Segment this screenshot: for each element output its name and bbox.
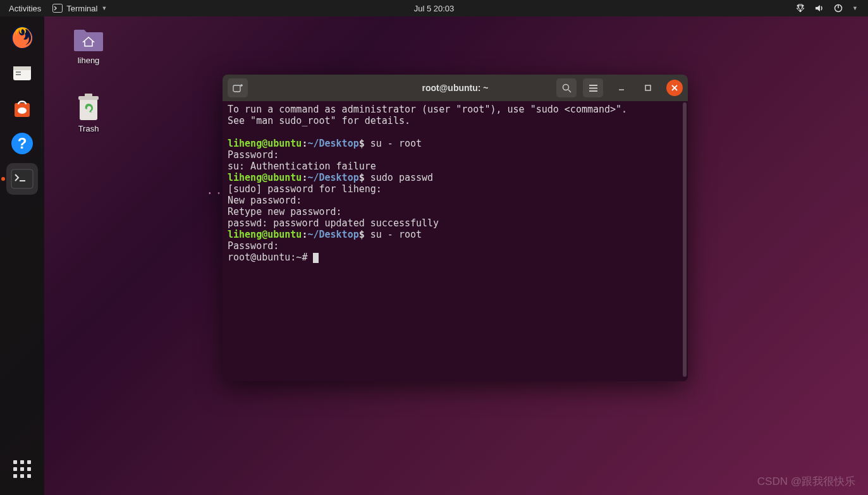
cursor: [313, 253, 319, 263]
watermark: CSDN @跟我很快乐: [757, 474, 855, 489]
terminal-scrollbar[interactable]: [682, 101, 688, 381]
maximize-button[interactable]: [640, 80, 656, 96]
new-tab-icon: [233, 83, 243, 92]
search-button[interactable]: [556, 78, 577, 97]
svg-rect-8: [13, 66, 31, 70]
app-menu-label: Terminal: [66, 4, 97, 13]
window-title: root@ubuntu: ~: [422, 83, 488, 93]
svg-rect-0: [53, 4, 63, 13]
new-tab-button[interactable]: [228, 78, 248, 97]
minimize-icon: [618, 84, 625, 92]
help-icon: ?: [9, 131, 35, 156]
terminal-icon: [10, 168, 34, 190]
dock-firefox[interactable]: [6, 21, 38, 53]
close-icon: [671, 84, 678, 92]
terminal-window: root@ubuntu: ~ To run a command as admin…: [223, 75, 688, 381]
shopping-bag-icon: [9, 95, 35, 121]
svg-rect-9: [16, 71, 21, 73]
minimize-button[interactable]: [613, 80, 630, 96]
maximize-icon: [644, 84, 652, 92]
dock-files[interactable]: [6, 57, 38, 89]
close-button[interactable]: [666, 80, 683, 96]
power-icon[interactable]: [833, 3, 843, 13]
svg-rect-29: [645, 85, 651, 90]
svg-rect-17: [80, 99, 97, 120]
svg-point-12: [18, 107, 27, 114]
chevron-down-icon: ▼: [101, 5, 107, 11]
firefox-icon: [9, 24, 35, 51]
svg-line-24: [568, 90, 571, 92]
search-icon: [562, 83, 572, 93]
home-folder-icon: [73, 25, 104, 52]
terminal-body[interactable]: To run a command as administrator (user …: [223, 101, 688, 381]
terminal-titlebar[interactable]: root@ubuntu: ~: [223, 75, 688, 101]
files-icon: [9, 60, 35, 85]
svg-point-23: [563, 84, 568, 90]
dock: ?: [0, 16, 44, 495]
dock-terminal[interactable]: [6, 163, 38, 195]
terminal-icon: [52, 4, 63, 13]
svg-rect-19: [85, 94, 92, 97]
svg-text:?: ?: [18, 135, 27, 152]
trash-icon: [76, 92, 101, 121]
desktop-icon-label: Trash: [63, 124, 114, 133]
show-applications[interactable]: [6, 453, 38, 485]
clock[interactable]: Jul 5 20:03: [414, 4, 455, 13]
svg-rect-10: [16, 74, 21, 75]
volume-icon[interactable]: [814, 3, 824, 13]
desktop-trash[interactable]: Trash: [63, 92, 114, 133]
desktop-icon-label: liheng: [63, 56, 114, 65]
dock-help[interactable]: ?: [6, 128, 38, 159]
top-bar: Activities Terminal ▼ Jul 5 20:03 ▼: [0, 0, 868, 16]
dock-software[interactable]: [6, 92, 38, 124]
svg-rect-15: [11, 169, 33, 188]
svg-rect-20: [233, 85, 240, 92]
running-indicator: [1, 177, 5, 181]
network-icon[interactable]: [795, 3, 805, 13]
desktop-home-folder[interactable]: liheng: [63, 24, 114, 65]
app-menu[interactable]: Terminal ▼: [52, 4, 107, 13]
hamburger-icon: [589, 84, 598, 92]
activities-button[interactable]: Activities: [9, 4, 41, 13]
menu-button[interactable]: [583, 78, 603, 97]
chevron-down-icon[interactable]: ▼: [852, 5, 858, 11]
